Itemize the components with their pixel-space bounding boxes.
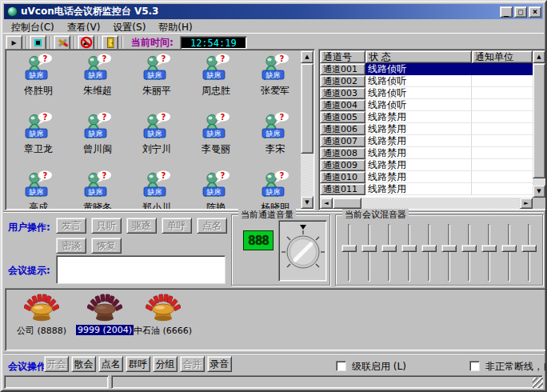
roll-call-button[interactable]: 点名 — [98, 356, 123, 372]
listen-only-button[interactable]: 只听 — [91, 218, 122, 234]
scroll-down-icon[interactable]: ▼ — [301, 196, 313, 209]
mixer-slider[interactable] — [361, 224, 377, 282]
slider-thumb[interactable] — [521, 245, 537, 252]
conference-item[interactable]: 公司 (8888) — [15, 294, 68, 337]
column-header[interactable]: 通道号 — [320, 50, 365, 63]
maximize-button[interactable]: □ — [514, 6, 527, 18]
conference-item[interactable]: 9999 (2004) — [76, 294, 134, 335]
channel-table-hscrollbar[interactable]: ◄ ► — [320, 198, 533, 209]
user-item[interactable]: 杨晓明 — [246, 170, 301, 209]
mixer-slider[interactable] — [381, 224, 397, 282]
table-row[interactable]: 通道010线路禁用 — [320, 171, 533, 183]
close-button[interactable]: × — [529, 6, 541, 18]
mixer-slider[interactable] — [421, 224, 437, 282]
record-button[interactable]: 录音 — [207, 356, 232, 372]
table-row[interactable]: 通道006线路禁用 — [320, 123, 533, 135]
participants-scrollbar[interactable]: ▲ ▼ — [301, 50, 313, 209]
scroll-left-icon[interactable]: ◄ — [320, 198, 333, 209]
scroll-down-icon[interactable]: ▼ — [533, 185, 545, 198]
user-item[interactable]: 章卫龙 — [9, 111, 68, 170]
user-item[interactable]: 佟胜明 — [9, 53, 68, 111]
channel-id-cell: 通道011 — [320, 183, 365, 195]
user-item[interactable]: 李宋 — [246, 111, 301, 170]
scroll-up-icon[interactable]: ▲ — [301, 50, 313, 63]
user-item[interactable]: 高成 — [9, 170, 68, 209]
slider-thumb[interactable] — [401, 245, 417, 252]
user-item[interactable]: 黄晓冬 — [68, 170, 127, 209]
user-item[interactable]: 朱维超 — [68, 53, 127, 111]
auto-recall-checkbox[interactable] — [469, 361, 480, 371]
grouping-button[interactable]: 分组 — [153, 356, 178, 372]
evict-button[interactable]: 驱逐 — [126, 218, 157, 234]
user-item[interactable]: 郑小川 — [127, 170, 186, 209]
start-meeting-button[interactable]: 开会 — [44, 356, 69, 372]
private-talk-button[interactable]: 密谈 — [56, 238, 86, 254]
slider-thumb[interactable] — [481, 245, 497, 252]
volume-knob[interactable] — [280, 222, 326, 280]
roll-call-button[interactable]: 点名 — [197, 218, 227, 234]
stop-button[interactable] — [30, 35, 46, 50]
mixer-slider[interactable] — [461, 224, 477, 282]
table-row[interactable]: 通道001线路侦听 — [320, 63, 533, 75]
mixer-slider[interactable] — [481, 224, 497, 282]
play-icon: ▶ — [11, 39, 16, 46]
scrollbar-thumb[interactable] — [533, 63, 545, 178]
slider-track — [408, 224, 410, 282]
user-item[interactable]: 刘宁川 — [127, 111, 186, 170]
slider-thumb[interactable] — [501, 245, 517, 252]
column-header[interactable]: 状 态 — [365, 50, 472, 63]
table-row[interactable]: 通道003线路侦听 — [320, 87, 533, 99]
column-header[interactable]: 通知单位 — [472, 50, 533, 63]
slider-track — [508, 224, 510, 282]
slider-thumb[interactable] — [381, 245, 397, 252]
resume-button[interactable]: 恢复 — [91, 238, 122, 254]
conference-prompt-input[interactable] — [56, 255, 226, 284]
exit-button[interactable] — [102, 35, 118, 50]
settings-tools-button[interactable] — [54, 35, 70, 50]
slider-thumb[interactable] — [341, 245, 357, 252]
mixer-slider[interactable] — [501, 224, 517, 282]
user-item[interactable]: 陈艳 — [186, 170, 246, 209]
menu-item-1[interactable]: 控制台(C) — [5, 19, 61, 33]
mixer-slider[interactable] — [441, 224, 457, 282]
table-row[interactable]: 通道008线路禁用 — [320, 147, 533, 159]
conference-item[interactable]: 中石油 (6666) — [132, 294, 194, 337]
scroll-right-icon[interactable]: ► — [520, 198, 533, 209]
scrollbar-thumb[interactable] — [333, 198, 361, 209]
slider-thumb[interactable] — [461, 245, 477, 252]
menu-item-3[interactable]: 设置(S) — [106, 19, 152, 33]
cascade-enable-checkbox[interactable] — [336, 361, 346, 371]
user-item[interactable]: 周忠胜 — [186, 53, 246, 111]
menu-item-4[interactable]: 帮助(H) — [152, 19, 198, 33]
user-item[interactable]: 曾川闽 — [68, 111, 127, 170]
dismiss-meeting-button[interactable]: 散会 — [71, 356, 96, 372]
menu-item-2[interactable]: 查看(V) — [61, 19, 107, 33]
mixer-slider[interactable] — [521, 224, 537, 282]
minimize-button[interactable]: _ — [500, 6, 513, 18]
mixer-slider[interactable] — [341, 224, 357, 282]
slider-thumb[interactable] — [361, 245, 377, 252]
start-button[interactable]: ▶ — [6, 35, 22, 50]
table-row[interactable]: 通道007线路禁用 — [320, 135, 533, 147]
table-row[interactable]: 通道002线路侦听 — [320, 75, 533, 87]
channel-table-vscrollbar[interactable]: ▲ ▼ — [533, 50, 545, 209]
mixer-slider[interactable] — [401, 224, 417, 282]
merge-button[interactable]: 合并 — [180, 356, 205, 372]
group-call-button[interactable]: 群呼 — [126, 356, 150, 372]
slider-thumb[interactable] — [421, 245, 437, 252]
channel-status-cell: 线路禁用 — [365, 171, 472, 183]
speak-button[interactable]: 发言 — [56, 218, 86, 234]
slider-thumb[interactable] — [441, 245, 457, 252]
table-row[interactable]: 通道005线路禁用 — [320, 111, 533, 123]
scroll-up-icon[interactable]: ▲ — [533, 50, 545, 63]
disable-button[interactable] — [78, 35, 94, 50]
table-row[interactable]: 通道004线路侦听 — [320, 99, 533, 111]
single-call-button[interactable]: 单呼 — [162, 218, 192, 234]
user-item[interactable]: 朱丽平 — [127, 53, 186, 111]
table-row[interactable]: 通道009线路禁用 — [320, 159, 533, 171]
table-row[interactable]: 通道011线路禁用 — [320, 183, 533, 195]
user-item[interactable]: 张爱军 — [246, 53, 301, 111]
scrollbar-thumb[interactable] — [301, 63, 313, 154]
resize-grip[interactable] — [533, 378, 543, 388]
user-item[interactable]: 李曼丽 — [186, 111, 246, 170]
